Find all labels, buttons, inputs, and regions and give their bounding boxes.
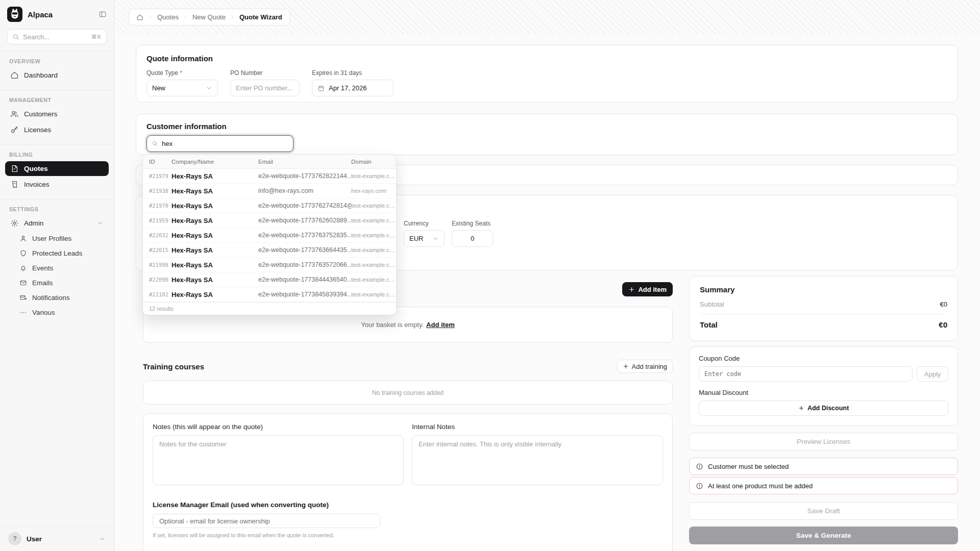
preview-licenses-label: Preview Licenses — [797, 438, 850, 445]
currency-select[interactable]: EUR — [404, 230, 445, 247]
sidebar-item-admin[interactable]: Admin — [5, 216, 109, 231]
sidebar-item-label: Events — [32, 264, 53, 272]
section-title: Quote information — [146, 54, 947, 63]
sidebar-item-licenses[interactable]: Licenses — [5, 122, 109, 137]
customer-company: Hex-Rays SA — [172, 187, 258, 195]
field-label: Notes (this will appear on the quote) — [153, 423, 404, 431]
section-label-overview: OVERVIEW — [0, 52, 114, 67]
subtotal-value: €0 — [940, 300, 947, 308]
quote-type-select[interactable]: New — [146, 80, 218, 96]
add-item-link[interactable]: Add item — [426, 321, 455, 329]
customer-id: #21998 — [143, 262, 172, 268]
customer-domain: test-example.c… — [351, 173, 396, 179]
alert-circle-icon — [696, 482, 703, 490]
sidebar-item-label: Admin — [24, 219, 43, 227]
section-label-management: MANAGEMENT — [0, 90, 114, 106]
total-label: Total — [700, 320, 718, 329]
customer-id: #21959 — [143, 217, 172, 223]
add-item-button[interactable]: Add item — [622, 282, 673, 296]
shield-icon — [19, 249, 27, 257]
customer-result-row[interactable]: #21979 Hex-Rays SA e2e-webquote-17737628… — [143, 169, 396, 184]
customer-result-row[interactable]: #21959 Hex-Rays SA e2e-webquote-17737626… — [143, 213, 396, 228]
customer-result-row[interactable]: #21970 Hex-Rays SA e2e-webquote-17737627… — [143, 198, 396, 213]
expiry-date-picker[interactable]: Apr 17, 2026 — [312, 80, 394, 96]
breadcrumb-link-new-quote[interactable]: New Quote — [192, 13, 226, 21]
sidebar-item-user-profiles[interactable]: User Profiles — [14, 232, 109, 245]
preview-licenses-button[interactable]: Preview Licenses — [689, 433, 958, 450]
sidebar-item-events[interactable]: Events — [14, 261, 109, 275]
customer-email: e2e-webquote-1773763752835… — [258, 232, 351, 239]
customer-company: Hex-Rays SA — [172, 276, 258, 284]
gear-icon — [10, 219, 19, 228]
add-discount-label: Add Discount — [807, 405, 849, 412]
breadcrumb-link-quotes[interactable]: Quotes — [157, 13, 179, 21]
required-asterisk: * — [180, 69, 182, 77]
customer-domain: test-example.c… — [351, 232, 396, 238]
user-name: User — [27, 535, 94, 543]
main-area: Quotes New Quote Quote Wizard Quote info… — [114, 0, 980, 551]
field-label: Currency — [404, 220, 445, 227]
field-label: Existing Seats — [452, 220, 493, 227]
user-menu[interactable]: ? User — [0, 526, 114, 551]
search-input[interactable]: Search... ⌘K — [7, 29, 107, 44]
customer-notes-textarea[interactable] — [153, 435, 404, 485]
customer-result-row[interactable]: #22102 Hex-Rays SA e2e-webquote-17738458… — [143, 287, 396, 302]
save-generate-button[interactable]: Save & Generate — [689, 527, 958, 544]
search-placeholder: Search... — [23, 33, 88, 41]
field-label: PO Number — [230, 69, 300, 77]
customer-email: e2e-webquote-1773762602889… — [258, 217, 351, 224]
sidebar-item-invoices[interactable]: Invoices — [5, 177, 109, 192]
license-manager-email-input[interactable] — [153, 514, 380, 528]
customer-notes-field: Notes (this will appear on the quote) — [153, 423, 404, 487]
sidebar-item-emails[interactable]: Emails — [14, 276, 109, 290]
customer-domain: hex-rays.com — [351, 188, 396, 194]
customer-email: e2e-webquote-1773845839394… — [258, 291, 351, 298]
customer-result-row[interactable]: #22090 Hex-Rays SA e2e-webquote-17738444… — [143, 272, 396, 287]
sidebar-item-customers[interactable]: Customers — [5, 107, 109, 121]
customer-email: info@hex-rays.com — [258, 187, 351, 194]
customer-result-row[interactable]: #21998 Hex-Rays SA e2e-webquote-17737635… — [143, 258, 396, 272]
license-manager-hint: If set, licenses will be assigned to thi… — [153, 532, 663, 538]
plus-icon — [798, 405, 804, 411]
home-icon[interactable] — [136, 14, 143, 21]
header-strip: Quotes New Quote Quote Wizard — [114, 0, 980, 34]
sidebar-item-dashboard[interactable]: Dashboard — [5, 68, 109, 83]
apply-label: Apply — [924, 370, 941, 378]
sidebar-toggle-icon[interactable] — [99, 10, 107, 18]
dropdown-header: ID Company/Name Email Domain — [143, 155, 396, 169]
training-header: Training courses Add training — [143, 360, 673, 373]
home-icon — [10, 71, 19, 80]
customer-search-input[interactable] — [162, 140, 288, 147]
sidebar-item-notifications[interactable]: Notifications — [14, 291, 109, 305]
save-draft-button[interactable]: Save Draft — [689, 502, 958, 520]
sidebar-item-protected-leads[interactable]: Protected Leads — [14, 246, 109, 260]
customer-email: e2e-webquote-1773844436540… — [258, 276, 351, 283]
add-discount-button[interactable]: Add Discount — [699, 400, 948, 416]
quote-icon — [10, 164, 19, 173]
chevron-right-icon — [183, 14, 188, 20]
section-label-settings: SETTINGS — [0, 199, 114, 215]
existing-seats-input[interactable] — [452, 230, 493, 247]
alert-circle-icon — [696, 463, 703, 470]
customer-result-row[interactable]: #22015 Hex-Rays SA e2e-webquote-17737636… — [143, 243, 396, 258]
po-number-input[interactable] — [230, 80, 300, 96]
customer-result-row[interactable]: #21938 Hex-Rays SA info@hex-rays.com hex… — [143, 184, 396, 198]
alpaca-logo-icon — [7, 7, 22, 22]
customer-result-row[interactable]: #22032 Hex-Rays SA e2e-webquote-17737637… — [143, 228, 396, 243]
sidebar-item-quotes[interactable]: Quotes — [5, 161, 109, 176]
customer-domain: test-example.c… — [351, 291, 396, 297]
field-label: Expires in 31 days — [312, 69, 394, 77]
sidebar-item-label: Quotes — [24, 165, 48, 172]
chevron-down-icon — [432, 235, 439, 242]
sidebar-item-label: Dashboard — [24, 71, 58, 79]
internal-notes-textarea[interactable] — [412, 435, 663, 485]
warning-customer: Customer must be selected — [689, 458, 958, 475]
ellipsis-icon — [19, 309, 27, 316]
section-title: Customer information — [146, 122, 947, 131]
sidebar-item-various[interactable]: Various — [14, 306, 109, 319]
coupon-code-input[interactable] — [699, 366, 913, 382]
key-icon — [10, 126, 19, 134]
apply-coupon-button[interactable]: Apply — [917, 366, 948, 382]
quote-information-card: Quote information Quote Type * New PO Nu… — [136, 45, 958, 103]
add-training-button[interactable]: Add training — [617, 360, 673, 373]
